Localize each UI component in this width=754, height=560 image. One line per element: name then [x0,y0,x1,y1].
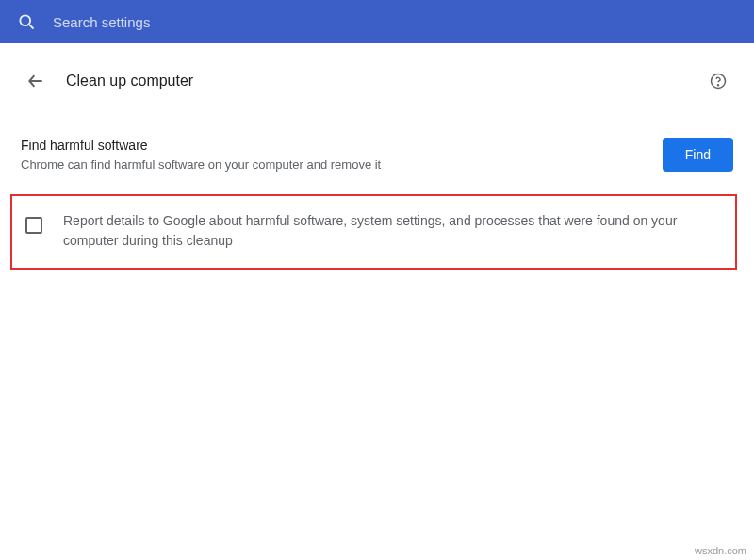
page-title: Clean up computer [66,73,701,90]
page-header: Clean up computer [0,43,754,102]
search-input[interactable] [53,14,336,30]
find-harmful-subtitle: Chrome can find harmful software on your… [21,157,644,172]
report-checkbox-label: Report details to Google about harmful s… [63,211,718,251]
back-button[interactable] [19,64,53,98]
svg-point-0 [20,15,30,25]
arrow-left-icon [26,72,45,91]
svg-point-4 [718,85,719,86]
search-bar [0,0,754,43]
find-button[interactable]: Find [663,138,733,172]
find-harmful-text: Find harmful software Chrome can find ha… [21,138,644,172]
help-button[interactable] [701,64,735,98]
help-icon [709,72,728,91]
find-harmful-title: Find harmful software [21,138,644,153]
find-harmful-row: Find harmful software Chrome can find ha… [21,138,733,172]
content-area: Find harmful software Chrome can find ha… [0,102,754,270]
svg-line-1 [29,25,34,29]
report-option-highlight: Report details to Google about harmful s… [10,194,737,270]
watermark: wsxdn.com [695,545,746,556]
search-icon[interactable] [15,10,38,33]
report-checkbox[interactable] [25,217,42,234]
